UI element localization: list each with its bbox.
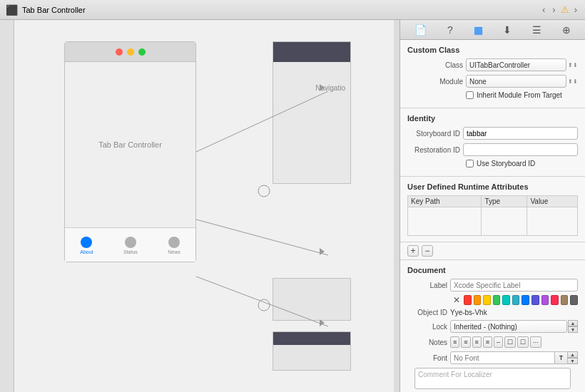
swatch-yellow[interactable]	[483, 295, 491, 305]
view-box-2	[273, 331, 351, 371]
font-arrow-up[interactable]: ▲	[568, 351, 578, 358]
object-id-row: Object ID Yye-bs-Vhk	[407, 309, 578, 316]
class-label: Class	[407, 61, 463, 69]
panel-icon-file[interactable]: 📄	[412, 23, 429, 37]
notes-box2[interactable]: ☐	[517, 336, 529, 348]
label-input[interactable]	[450, 279, 578, 292]
remove-attribute-button[interactable]: −	[422, 245, 433, 257]
inherit-checkbox[interactable]	[466, 91, 474, 99]
swatch-gray[interactable]	[570, 295, 578, 305]
document-section: Document Label ✕	[400, 260, 585, 392]
tab-item-news[interactable]: News	[168, 237, 180, 254]
panel-icon-bindings[interactable]: ⊕	[559, 23, 574, 37]
lock-arrow-down[interactable]: ▼	[568, 326, 578, 333]
notes-buttons: ≡ ≡ ≡ ≡ – ☐ ☐ ···	[450, 336, 541, 348]
add-attribute-button[interactable]: +	[407, 245, 419, 257]
device-body: Tab Bar Controller	[65, 62, 195, 227]
swatch-orange[interactable]	[474, 295, 482, 305]
user-defined-section: User Defined Runtime Attributes Key Path…	[400, 177, 585, 242]
view-box-header	[273, 332, 350, 345]
tab-icon-about	[81, 237, 92, 248]
notes-box1[interactable]: ☐	[504, 336, 516, 348]
custom-class-section: Custom Class Class UITabBarController ⬆⬇…	[400, 40, 585, 108]
lock-select[interactable]: Inherited - (Nothing)	[450, 320, 567, 333]
swatch-purple[interactable]	[541, 295, 549, 305]
minimize-dot[interactable]	[127, 48, 134, 56]
canvas-area[interactable]: Tab Bar Controller About Status News	[14, 20, 394, 392]
nav-controller-body	[273, 62, 350, 183]
inherit-label: Inherit Module From Target	[477, 91, 562, 99]
close-dot[interactable]	[116, 48, 123, 56]
use-storyboard-checkbox[interactable]	[466, 160, 474, 167]
module-label: Module	[407, 78, 463, 86]
swatch-red[interactable]	[464, 295, 472, 305]
svg-point-3	[258, 185, 270, 197]
canvas-scroll[interactable]	[394, 20, 400, 392]
use-storyboard-label: Use Storyboard ID	[477, 160, 535, 167]
storyboard-id-label: Storyboard ID	[407, 130, 463, 138]
font-label: Font	[407, 354, 450, 362]
swatch-lightblue[interactable]	[512, 295, 520, 305]
app-icon: ⬛	[6, 4, 18, 16]
class-row: Class UITabBarController ⬆⬇	[407, 58, 578, 71]
nav-controller-box	[273, 41, 351, 184]
title-bar: ⬛ Tab Bar Controller ‹ › ⚠ ›	[0, 0, 585, 20]
nav-expand-icon[interactable]: ›	[572, 3, 579, 16]
class-select-container: UITabBarController ⬆⬇	[466, 58, 578, 71]
font-input[interactable]	[450, 351, 555, 364]
swatch-blue[interactable]	[522, 295, 529, 305]
warning-icon: ⚠	[561, 4, 569, 15]
expand-dot[interactable]	[138, 48, 146, 56]
font-T-button[interactable]: T	[555, 351, 568, 364]
storyboard-id-input[interactable]	[463, 127, 578, 140]
panel-icon-size[interactable]: ⬇	[500, 23, 514, 37]
swatch-indigo[interactable]	[531, 295, 539, 305]
main-content: Tab Bar Controller About Status News	[0, 20, 585, 392]
notes-more[interactable]: ···	[530, 336, 541, 348]
panel-toolbar: 📄 ? ▦ ⬇ ☰ ⊕	[400, 20, 585, 40]
nav-forward-icon[interactable]: ›	[550, 3, 557, 16]
comment-area[interactable]: Comment For Localizer	[414, 368, 571, 389]
empty-cell-2	[482, 207, 527, 236]
font-arrows: ▲ ▼	[568, 351, 578, 364]
svg-marker-6	[320, 248, 325, 255]
module-select-container: None ⬆⬇	[466, 75, 578, 88]
tab-item-status[interactable]: Status	[123, 237, 138, 254]
col-keypath: Key Path	[408, 196, 482, 207]
swatch-pink[interactable]	[551, 295, 559, 305]
panel-content: Custom Class Class UITabBarController ⬆⬇…	[400, 40, 585, 392]
panel-icon-help[interactable]: ?	[444, 23, 456, 37]
panel-icon-identity[interactable]: ▦	[471, 23, 486, 37]
nav-back-icon[interactable]: ‹	[540, 3, 547, 16]
user-defined-title: User Defined Runtime Attributes	[407, 182, 578, 191]
notes-align-right[interactable]: ≡	[472, 336, 482, 348]
module-select-arrows: ⬆⬇	[568, 78, 578, 85]
class-select-arrows: ⬆⬇	[568, 62, 578, 68]
use-storyboard-row: Use Storyboard ID	[466, 160, 578, 167]
identity-title: Identity	[407, 114, 578, 123]
notes-align-justify[interactable]: ≡	[483, 336, 492, 348]
left-sidebar	[0, 20, 14, 392]
module-row: Module None ⬆⬇	[407, 75, 578, 88]
panel-icon-connections[interactable]: ☰	[529, 23, 544, 37]
tab-item-about[interactable]: About	[80, 237, 93, 254]
swatch-green[interactable]	[493, 295, 501, 305]
class-select[interactable]: UITabBarController	[466, 58, 566, 71]
notes-align-left[interactable]: ≡	[450, 336, 459, 348]
table-empty-row	[408, 207, 578, 236]
font-arrow-down[interactable]: ▼	[568, 358, 578, 364]
tab-label-about: About	[80, 249, 93, 254]
restoration-id-input[interactable]	[463, 143, 578, 156]
swatch-teal[interactable]	[502, 295, 510, 305]
notes-align-center[interactable]: ≡	[461, 336, 470, 348]
module-select[interactable]: None	[466, 75, 566, 88]
title-bar-controls: ‹ › ⚠ ›	[540, 3, 579, 16]
comment-placeholder: Comment For Localizer	[418, 371, 492, 378]
lock-arrow-up[interactable]: ▲	[568, 320, 578, 326]
title-bar-title: Tab Bar Controller	[22, 6, 86, 14]
swatch-brown[interactable]	[561, 295, 569, 305]
notes-dash[interactable]: –	[494, 336, 503, 348]
font-input-container: T ▲ ▼	[450, 351, 578, 364]
tab-icon-status	[125, 237, 136, 248]
swatch-clear[interactable]: ✕	[453, 295, 460, 305]
